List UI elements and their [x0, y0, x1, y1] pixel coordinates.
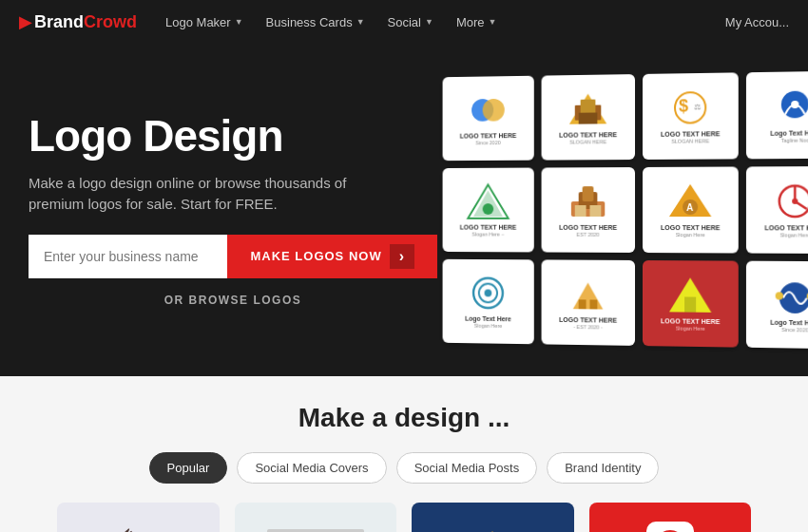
- logo-card[interactable]: LOGO TEXT HERE - EST 2020 -: [542, 259, 635, 346]
- hero-left: Logo Design Make a logo design online or…: [29, 113, 437, 306]
- logo-card[interactable]: Logo Text Here Since 2020: [746, 261, 808, 350]
- logo-card[interactable]: LOGO TEXT HERE Slogan Here ~: [443, 168, 534, 253]
- nav-more[interactable]: More ▼: [447, 10, 507, 35]
- svg-point-32: [776, 292, 783, 299]
- svg-rect-17: [575, 205, 587, 217]
- svg-rect-28: [589, 299, 597, 309]
- brand-name-brand: Brand: [34, 12, 84, 32]
- bird-icon: 🦅: [119, 527, 157, 532]
- hero-right: LOGO TEXT HERE Since 2020 LOGO TEXT HERE…: [437, 72, 808, 348]
- nav-links: Logo Maker ▼ Business Cards ▼ Social ▼ M…: [156, 10, 725, 35]
- logo-card[interactable]: $ ⚖ LOGO TEXT HERE SLOGAN HERE: [643, 72, 739, 160]
- chevron-down-icon: ▼: [425, 17, 433, 27]
- chevron-down-icon: ▼: [235, 17, 243, 27]
- chevron-down-icon: ▼: [489, 17, 497, 27]
- logo-card[interactable]: LOGO TEXT HERE Slogan Here: [643, 260, 739, 348]
- logo-card[interactable]: Logo Text Here Tagline Noc: [746, 71, 808, 160]
- logo-card[interactable]: LOGO TEXT HERE Since 2020: [443, 76, 534, 161]
- design-tabs: Popular Social Media Covers Social Media…: [29, 452, 779, 484]
- brand-name-crowd: Crowd: [84, 12, 137, 32]
- svg-point-23: [792, 199, 798, 204]
- svg-text:⚖: ⚖: [694, 103, 701, 111]
- arrow-right-icon: ›: [390, 244, 414, 269]
- tab-social-media-covers[interactable]: Social Media Covers: [237, 452, 386, 484]
- design-section: Make a design ... Popular Social Media C…: [0, 376, 808, 532]
- logo-grid: LOGO TEXT HERE Since 2020 LOGO TEXT HERE…: [443, 71, 808, 350]
- hero-subtitle: Make a logo design online or browse thou…: [29, 173, 380, 216]
- logo-card[interactable]: A LOGO TEXT HERE Slogan Here: [643, 166, 739, 253]
- bottom-card-2[interactable]: [235, 503, 397, 532]
- hero-input-row: MAKE LOGOS NOW ›: [29, 235, 437, 278]
- svg-text:$: $: [679, 96, 688, 115]
- bottom-card-3[interactable]: [412, 503, 574, 532]
- logo-card[interactable]: LOGO TEXT HERE Slogan Here: [746, 166, 808, 254]
- nav-social[interactable]: Social ▼: [378, 10, 443, 35]
- svg-rect-18: [589, 205, 601, 217]
- svg-point-26: [485, 289, 492, 296]
- bottom-card-4[interactable]: [589, 503, 752, 532]
- svg-rect-27: [579, 299, 587, 309]
- chevron-down-icon: ▼: [356, 17, 365, 27]
- bottom-cards: 🦅: [29, 503, 779, 532]
- business-name-input[interactable]: [29, 235, 227, 278]
- svg-point-13: [483, 203, 494, 215]
- tab-social-media-posts[interactable]: Social Media Posts: [396, 452, 538, 484]
- navbar: ▶ Brand Crowd Logo Maker ▼ Business Card…: [0, 0, 808, 44]
- instagram-card-icon: [646, 522, 694, 532]
- nav-logo-maker[interactable]: Logo Maker ▼: [156, 10, 253, 35]
- logo-card[interactable]: Logo Text Here Slogan Here: [443, 259, 534, 344]
- brand-logo[interactable]: ▶ Brand Crowd: [19, 11, 137, 32]
- bottom-card-1[interactable]: 🦅: [57, 503, 220, 532]
- my-account-link[interactable]: My Accou...: [725, 15, 789, 29]
- design-section-title: Make a design ...: [29, 403, 779, 433]
- logo-card[interactable]: LOGO TEXT HERE SLOGAN HERE: [542, 74, 635, 161]
- browse-logos-link[interactable]: OR BROWSE LOGOS: [29, 294, 437, 307]
- logo-card[interactable]: LOGO TEXT HERE EST 2020: [542, 167, 635, 253]
- brand-icon: ▶: [19, 11, 32, 32]
- tab-popular[interactable]: Popular: [149, 452, 228, 484]
- svg-rect-16: [583, 186, 594, 201]
- svg-rect-30: [684, 296, 696, 312]
- svg-text:A: A: [686, 202, 693, 213]
- hero-title: Logo Design: [29, 113, 437, 159]
- nav-business-cards[interactable]: Business Cards ▼: [257, 10, 375, 35]
- hero-section: Logo Design Make a logo design online or…: [0, 44, 808, 376]
- make-logos-button[interactable]: MAKE LOGOS NOW ›: [227, 235, 437, 278]
- tab-brand-identity[interactable]: Brand Identity: [547, 452, 659, 484]
- svg-rect-5: [579, 112, 598, 124]
